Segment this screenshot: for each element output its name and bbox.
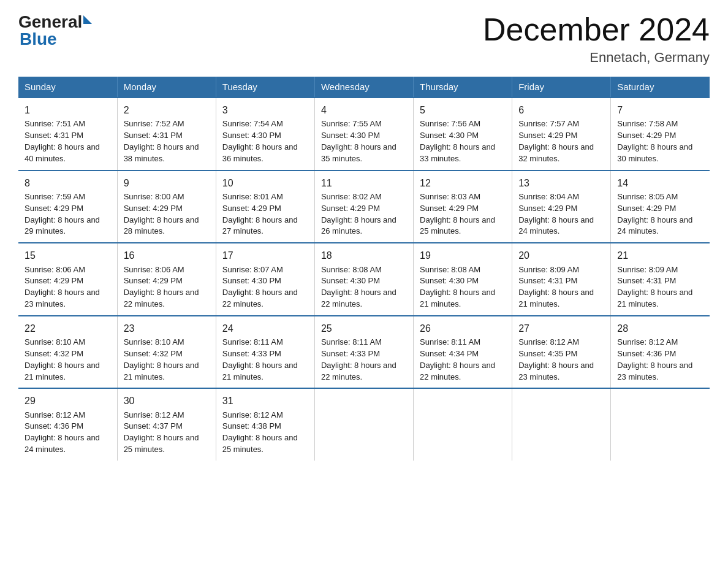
calendar-day-cell: 13Sunrise: 8:04 AMSunset: 4:29 PMDayligh… <box>512 170 611 243</box>
day-number: 10 <box>222 176 308 190</box>
day-number: 11 <box>321 176 407 190</box>
page-header: General Blue December 2024 Ennetach, Ger… <box>18 12 710 66</box>
day-number: 30 <box>124 394 210 408</box>
day-number: 26 <box>420 321 506 335</box>
calendar-day-cell: 12Sunrise: 8:03 AMSunset: 4:29 PMDayligh… <box>414 170 512 243</box>
day-number: 16 <box>124 248 210 262</box>
calendar-day-cell: 27Sunrise: 8:12 AMSunset: 4:35 PMDayligh… <box>512 316 611 389</box>
calendar-subtitle: Ennetach, Germany <box>483 50 710 66</box>
calendar-day-cell: 21Sunrise: 8:09 AMSunset: 4:31 PMDayligh… <box>611 243 710 316</box>
calendar-day-cell: 15Sunrise: 8:06 AMSunset: 4:29 PMDayligh… <box>18 243 117 316</box>
calendar-day-cell: 2Sunrise: 7:52 AMSunset: 4:31 PMDaylight… <box>117 98 216 170</box>
calendar-day-cell: 20Sunrise: 8:09 AMSunset: 4:31 PMDayligh… <box>512 243 611 316</box>
calendar-week-row: 29Sunrise: 8:12 AMSunset: 4:36 PMDayligh… <box>18 388 710 461</box>
calendar-day-cell: 3Sunrise: 7:54 AMSunset: 4:30 PMDaylight… <box>216 98 314 170</box>
calendar-day-cell: 18Sunrise: 8:08 AMSunset: 4:30 PMDayligh… <box>314 243 413 316</box>
column-header-wednesday: Wednesday <box>314 77 413 98</box>
calendar-day-cell: 4Sunrise: 7:55 AMSunset: 4:30 PMDaylight… <box>314 98 413 170</box>
calendar-day-cell: 24Sunrise: 8:11 AMSunset: 4:33 PMDayligh… <box>216 316 314 389</box>
calendar-day-cell: 26Sunrise: 8:11 AMSunset: 4:34 PMDayligh… <box>414 316 512 389</box>
day-number: 29 <box>25 394 111 408</box>
calendar-day-cell: 8Sunrise: 7:59 AMSunset: 4:29 PMDaylight… <box>18 170 117 243</box>
day-number: 24 <box>222 321 308 335</box>
logo-arrow-icon <box>83 15 92 24</box>
calendar-header-row: SundayMondayTuesdayWednesdayThursdayFrid… <box>18 77 710 98</box>
day-number: 8 <box>25 176 111 190</box>
calendar-day-cell: 31Sunrise: 8:12 AMSunset: 4:38 PMDayligh… <box>216 388 314 461</box>
day-number: 22 <box>25 321 111 335</box>
day-number: 17 <box>222 248 308 262</box>
logo-blue-text: Blue <box>18 29 57 49</box>
calendar-day-cell: 7Sunrise: 7:58 AMSunset: 4:29 PMDaylight… <box>611 98 710 170</box>
calendar-day-cell: 10Sunrise: 8:01 AMSunset: 4:29 PMDayligh… <box>216 170 314 243</box>
calendar-table: SundayMondayTuesdayWednesdayThursdayFrid… <box>18 77 710 461</box>
calendar-title: December 2024 <box>483 12 710 47</box>
day-number: 20 <box>518 248 604 262</box>
calendar-day-cell: 25Sunrise: 8:11 AMSunset: 4:33 PMDayligh… <box>314 316 413 389</box>
day-number: 19 <box>420 248 506 262</box>
day-number: 27 <box>518 321 604 335</box>
day-number: 18 <box>321 248 407 262</box>
calendar-week-row: 15Sunrise: 8:06 AMSunset: 4:29 PMDayligh… <box>18 243 710 316</box>
calendar-empty-cell <box>512 388 611 461</box>
calendar-day-cell: 19Sunrise: 8:08 AMSunset: 4:30 PMDayligh… <box>414 243 512 316</box>
column-header-tuesday: Tuesday <box>216 77 314 98</box>
calendar-day-cell: 17Sunrise: 8:07 AMSunset: 4:30 PMDayligh… <box>216 243 314 316</box>
title-section: December 2024 Ennetach, Germany <box>483 12 710 66</box>
day-number: 2 <box>124 103 210 117</box>
day-number: 6 <box>518 103 604 117</box>
calendar-day-cell: 11Sunrise: 8:02 AMSunset: 4:29 PMDayligh… <box>314 170 413 243</box>
day-number: 5 <box>420 103 506 117</box>
day-number: 28 <box>617 321 703 335</box>
calendar-day-cell: 14Sunrise: 8:05 AMSunset: 4:29 PMDayligh… <box>611 170 710 243</box>
day-number: 31 <box>222 394 308 408</box>
calendar-day-cell: 28Sunrise: 8:12 AMSunset: 4:36 PMDayligh… <box>611 316 710 389</box>
logo: General Blue <box>18 12 92 49</box>
calendar-week-row: 22Sunrise: 8:10 AMSunset: 4:32 PMDayligh… <box>18 316 710 389</box>
day-number: 21 <box>617 248 703 262</box>
calendar-day-cell: 9Sunrise: 8:00 AMSunset: 4:29 PMDaylight… <box>117 170 216 243</box>
calendar-week-row: 1Sunrise: 7:51 AMSunset: 4:31 PMDaylight… <box>18 98 710 170</box>
day-number: 25 <box>321 321 407 335</box>
calendar-day-cell: 23Sunrise: 8:10 AMSunset: 4:32 PMDayligh… <box>117 316 216 389</box>
day-number: 13 <box>518 176 604 190</box>
column-header-monday: Monday <box>117 77 216 98</box>
day-number: 23 <box>124 321 210 335</box>
calendar-day-cell: 16Sunrise: 8:06 AMSunset: 4:29 PMDayligh… <box>117 243 216 316</box>
day-number: 4 <box>321 103 407 117</box>
column-header-sunday: Sunday <box>18 77 117 98</box>
calendar-empty-cell <box>414 388 512 461</box>
day-number: 1 <box>25 103 111 117</box>
column-header-friday: Friday <box>512 77 611 98</box>
calendar-week-row: 8Sunrise: 7:59 AMSunset: 4:29 PMDaylight… <box>18 170 710 243</box>
calendar-day-cell: 6Sunrise: 7:57 AMSunset: 4:29 PMDaylight… <box>512 98 611 170</box>
day-number: 15 <box>25 248 111 262</box>
calendar-day-cell: 1Sunrise: 7:51 AMSunset: 4:31 PMDaylight… <box>18 98 117 170</box>
day-number: 14 <box>617 176 703 190</box>
calendar-day-cell: 5Sunrise: 7:56 AMSunset: 4:30 PMDaylight… <box>414 98 512 170</box>
column-header-thursday: Thursday <box>414 77 512 98</box>
calendar-empty-cell <box>611 388 710 461</box>
calendar-day-cell: 30Sunrise: 8:12 AMSunset: 4:37 PMDayligh… <box>117 388 216 461</box>
calendar-day-cell: 29Sunrise: 8:12 AMSunset: 4:36 PMDayligh… <box>18 388 117 461</box>
calendar-empty-cell <box>314 388 413 461</box>
column-header-saturday: Saturday <box>611 77 710 98</box>
day-number: 12 <box>420 176 506 190</box>
day-number: 3 <box>222 103 308 117</box>
day-number: 9 <box>124 176 210 190</box>
day-number: 7 <box>617 103 703 117</box>
calendar-day-cell: 22Sunrise: 8:10 AMSunset: 4:32 PMDayligh… <box>18 316 117 389</box>
